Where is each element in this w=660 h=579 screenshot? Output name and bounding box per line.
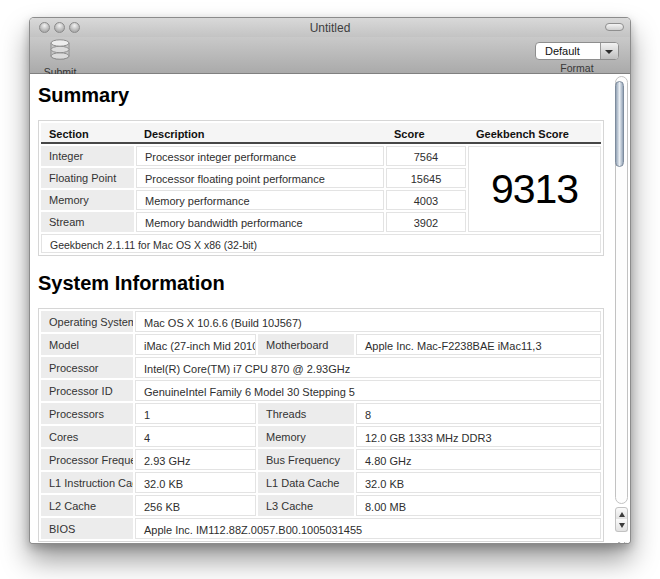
label-cell: Threads [258, 403, 354, 424]
value-cell: 32.0 KB [135, 472, 256, 493]
column-header-section: Section [41, 123, 134, 142]
value-cell: iMac (27-inch Mid 2010) [135, 334, 256, 355]
description-cell: Memory performance [136, 190, 384, 210]
value-cell: GenuineIntel Family 6 Model 30 Stepping … [135, 380, 601, 401]
value-cell: 4 [135, 426, 256, 447]
chevron-down-icon [600, 43, 618, 59]
column-header-geekbench-score: Geekbench Score [468, 123, 601, 142]
format-label: Format [535, 62, 619, 74]
window-title: Untitled [30, 21, 630, 35]
score-cell: 3902 [386, 212, 466, 232]
arrow-down-icon [619, 523, 625, 528]
report-view: Summary Section Description Score Geekbe… [30, 74, 630, 544]
scrollbar-thumb[interactable] [615, 81, 624, 167]
value-cell: 12.0 GB 1333 MHz DDR3 [356, 426, 601, 447]
table-row: Processor ID GenuineIntel Family 6 Model… [41, 380, 601, 401]
value-cell: 32.0 KB [356, 472, 601, 493]
label-cell: L2 Cache [41, 495, 133, 516]
format-select[interactable]: Default [535, 42, 619, 60]
table-row: BIOS Apple Inc. IM112.88Z.0057.B00.10050… [41, 518, 601, 539]
score-cell: 15645 [386, 168, 466, 188]
scroll-down-button[interactable] [615, 519, 628, 532]
label-cell: BIOS [41, 518, 133, 539]
label-cell: Model [41, 334, 133, 355]
format-selected-value: Default [545, 45, 580, 57]
table-row: Operating System Mac OS X 10.6.6 (Build … [41, 311, 601, 332]
geekbench-score-cell: 9313 [468, 146, 601, 232]
titlebar[interactable]: Untitled [30, 18, 630, 37]
table-row: L2 Cache 256 KB L3 Cache 8.00 MB [41, 495, 601, 516]
submit-button[interactable]: Submit [37, 38, 83, 78]
column-header-description: Description [136, 123, 384, 142]
value-cell: Mac OS X 10.6.6 (Build 10J567) [135, 311, 601, 332]
summary-table: Section Description Score Geekbench Scor… [38, 120, 604, 256]
summary-heading: Summary [38, 84, 606, 107]
label-cell: Bus Frequency [258, 449, 354, 470]
score-cell: 7564 [386, 146, 466, 166]
summary-table-header: Section Description Score Geekbench Scor… [41, 123, 601, 144]
table-row: Processors 1 Threads 8 [41, 403, 601, 424]
geekbench-score-value: 9313 [491, 166, 578, 213]
score-cell: 4003 [386, 190, 466, 210]
app-window: Untitled Submit Default [29, 17, 631, 544]
toolbar: Submit Default Format [30, 37, 630, 74]
description-cell: Processor integer performance [136, 146, 384, 166]
arrow-up-icon [619, 512, 625, 517]
label-cell: Processor [41, 357, 133, 378]
section-cell: Stream [41, 212, 134, 232]
label-cell: Operating System [41, 311, 133, 332]
value-cell: 256 KB [135, 495, 256, 516]
toolbar-toggle-button[interactable] [605, 23, 624, 31]
table-row: Stream Memory bandwidth performance 3902 [41, 212, 466, 232]
label-cell: Memory [258, 426, 354, 447]
value-cell: 8 [356, 403, 601, 424]
table-row: Integer Processor integer performance 75… [41, 146, 466, 166]
value-cell: 1 [135, 403, 256, 424]
database-icon [48, 48, 72, 65]
table-row: Model iMac (27-inch Mid 2010) Motherboar… [41, 334, 601, 355]
table-row: Memory Memory performance 4003 [41, 190, 466, 210]
value-cell: 4.80 GHz [356, 449, 601, 470]
table-row: L1 Instruction Cache 32.0 KB L1 Data Cac… [41, 472, 601, 493]
value-cell: Apple Inc. IM112.88Z.0057.B00.1005031455 [135, 518, 601, 539]
label-cell: L1 Instruction Cache [41, 472, 133, 493]
section-cell: Integer [41, 146, 134, 166]
system-information-table: Operating System Mac OS X 10.6.6 (Build … [38, 308, 604, 542]
label-cell: L3 Cache [258, 495, 354, 516]
description-cell: Memory bandwidth performance [136, 212, 384, 232]
vertical-scrollbar [614, 75, 629, 543]
label-cell: Motherboard [258, 334, 354, 355]
section-cell: Floating Point [41, 168, 134, 188]
table-row: Cores 4 Memory 12.0 GB 1333 MHz DDR3 [41, 426, 601, 447]
value-cell: Apple Inc. Mac-F2238BAE iMac11,3 [356, 334, 601, 355]
geekbench-version-footer: Geekbench 2.1.11 for Mac OS X x86 (32-bi… [41, 234, 601, 253]
label-cell: L1 Data Cache [258, 472, 354, 493]
table-row: Floating Point Processor floating point … [41, 168, 466, 188]
label-cell: Processor Frequency [41, 449, 133, 470]
column-header-score: Score [386, 123, 466, 142]
section-cell: Memory [41, 190, 134, 210]
label-cell: Processor ID [41, 380, 133, 401]
table-row: Processor Intel(R) Core(TM) i7 CPU 870 @… [41, 357, 601, 378]
label-cell: Cores [41, 426, 133, 447]
system-information-heading: System Information [38, 272, 606, 295]
label-cell: Processors [41, 403, 133, 424]
description-cell: Processor floating point performance [136, 168, 384, 188]
value-cell: 2.93 GHz [135, 449, 256, 470]
table-row: Processor Frequency 2.93 GHz Bus Frequen… [41, 449, 601, 470]
resize-grip[interactable] [616, 542, 628, 544]
value-cell: 8.00 MB [356, 495, 601, 516]
value-cell: Intel(R) Core(TM) i7 CPU 870 @ 2.93GHz [135, 357, 601, 378]
